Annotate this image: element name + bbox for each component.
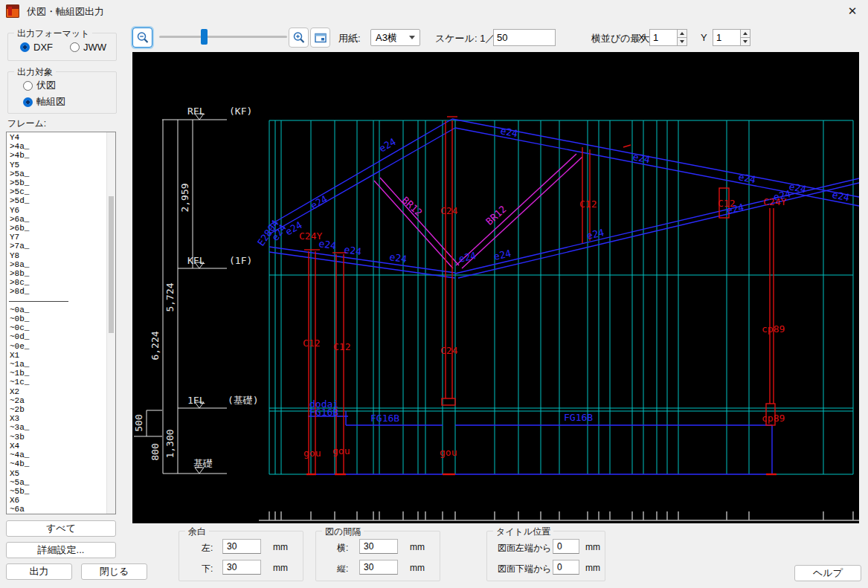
- title-from-bottom-unit: mm: [585, 563, 600, 573]
- frame-list-item[interactable]: >8d_: [7, 287, 106, 296]
- dialog: { "window": { "title": "伏図・軸組図出力", "clos…: [0, 0, 868, 588]
- frame-list-item[interactable]: Y4: [7, 133, 106, 142]
- margin-left-unit: mm: [273, 542, 288, 552]
- detail-settings-button[interactable]: 詳細設定...: [6, 542, 116, 558]
- drawing-line: [374, 181, 453, 268]
- margin-bottom-unit: mm: [273, 563, 288, 573]
- radio-jikugumi-control[interactable]: [23, 97, 33, 107]
- frame-list-item[interactable]: >6b_: [7, 224, 106, 233]
- drawing-label: e24: [457, 250, 477, 265]
- drawing-label: e24: [631, 151, 651, 165]
- frame-list-item[interactable]: X1: [7, 351, 106, 360]
- frame-list-item[interactable]: ~4b_: [7, 459, 106, 468]
- radio-fuzu[interactable]: 伏図: [23, 79, 56, 92]
- y-spinner-down-icon[interactable]: [740, 38, 750, 46]
- scale-input[interactable]: [493, 29, 556, 46]
- frame-list-scrollbar-thumb[interactable]: [109, 196, 114, 333]
- frame-list-item[interactable]: X4: [7, 442, 106, 450]
- frame-list-item[interactable]: ~5b_: [7, 487, 106, 496]
- zoom-out-button[interactable]: [132, 28, 152, 48]
- zoom-in-button[interactable]: [289, 28, 309, 48]
- frame-list-item[interactable]: X6: [7, 496, 106, 505]
- frame-list-item[interactable]: X3: [7, 414, 106, 423]
- frame-list-item[interactable]: ~1b_: [7, 369, 106, 378]
- output-button[interactable]: 出力: [6, 563, 72, 580]
- frame-list-item[interactable]: >5b_: [7, 178, 106, 187]
- frame-list-item[interactable]: ~1c_: [7, 378, 106, 387]
- help-button[interactable]: ヘルプ: [794, 565, 861, 581]
- x-spinner-down-icon[interactable]: [677, 38, 687, 46]
- margin-group-label: 余白: [185, 526, 209, 538]
- radio-dxf-control[interactable]: [20, 42, 30, 52]
- drawing-label: C12: [333, 341, 350, 352]
- spacing-v-input[interactable]: [359, 560, 398, 575]
- x-spinner-up-icon[interactable]: [677, 29, 687, 38]
- frame-list-item[interactable]: X5: [7, 469, 106, 478]
- frame-list-item[interactable]: >4a_: [7, 142, 106, 151]
- radio-jww-control[interactable]: [70, 42, 80, 52]
- frame-list-item[interactable]: >6a_: [7, 215, 106, 224]
- frame-list-item[interactable]: >7a_: [7, 242, 106, 251]
- frame-list-item[interactable]: ~3b: [7, 433, 106, 442]
- paper-select[interactable]: A3横: [370, 29, 420, 46]
- frame-list-item[interactable]: ~4a_: [7, 450, 106, 459]
- margin-left-input[interactable]: [222, 539, 261, 554]
- frame-list-item[interactable]: >8a_: [7, 260, 106, 269]
- zoom-slider-thumb[interactable]: [201, 29, 208, 45]
- radio-fuzu-control[interactable]: [23, 81, 33, 91]
- x-spinner-input[interactable]: [649, 29, 677, 46]
- frame-list-item[interactable]: >5a_: [7, 169, 106, 178]
- x-spinner[interactable]: [649, 29, 687, 46]
- spacing-h-input[interactable]: [359, 539, 398, 554]
- frame-list-item[interactable]: Y6: [7, 206, 106, 215]
- drawing-label: 1,300: [164, 429, 176, 458]
- y-spinner-up-icon[interactable]: [740, 29, 750, 38]
- margin-bottom-input[interactable]: [222, 560, 261, 575]
- drawing-label: e24: [377, 136, 398, 155]
- frame-list-item[interactable]: Y8: [7, 251, 106, 260]
- frame-list-item[interactable]: >4b_: [7, 151, 106, 160]
- radio-fuzu-label: 伏図: [36, 79, 56, 92]
- window-title: 伏図・軸組図出力: [27, 5, 104, 19]
- title-from-bottom-input[interactable]: [553, 560, 579, 575]
- y-spinner-input[interactable]: [713, 29, 740, 46]
- zoom-slider[interactable]: [159, 29, 287, 45]
- drawing-label: 5,724: [164, 282, 176, 311]
- frame-list-item[interactable]: >8b_: [7, 269, 106, 278]
- frame-list-item[interactable]: >5d_: [7, 196, 106, 205]
- close-icon[interactable]: ✕: [840, 1, 864, 21]
- frame-list-item[interactable]: Y5: [7, 161, 106, 169]
- frame-list-item[interactable]: ~0e_: [7, 342, 106, 351]
- frame-list-item[interactable]: >5c_: [7, 187, 106, 196]
- fit-view-button[interactable]: [310, 28, 330, 48]
- frame-list-item[interactable]: ~0a_: [7, 306, 106, 314]
- frame-list-item[interactable]: ~6a: [7, 505, 106, 514]
- frame-list-item[interactable]: X2: [7, 387, 106, 396]
- spacing-h-unit: mm: [410, 542, 425, 552]
- frame-list-item[interactable]: ~0b_: [7, 314, 106, 323]
- close-button[interactable]: 閉じる: [81, 563, 147, 580]
- frame-list-item[interactable]: Y7: [7, 233, 106, 242]
- spacing-v-label: 縦:: [337, 563, 348, 575]
- title-from-left-input[interactable]: [553, 539, 579, 554]
- radio-jww[interactable]: JWW: [70, 42, 106, 53]
- frame-list-body: Y4>4a_>4b_Y5>5a_>5b_>5c_>5d_Y6>6a_>6b_Y7…: [7, 133, 106, 514]
- all-button[interactable]: すべて: [6, 520, 116, 537]
- frame-list-item[interactable]: ~2b: [7, 405, 106, 414]
- drawing-canvas[interactable]: RFL(KF)KFL(1F)1FL(基礎)基礎2,9595,7246,22450…: [132, 52, 859, 523]
- frame-list-item[interactable]: >8c_: [7, 278, 106, 287]
- y-spinner[interactable]: [713, 29, 750, 46]
- frame-list-item[interactable]: ~0c_: [7, 323, 106, 332]
- zoom-in-icon: [292, 31, 306, 45]
- zoom-slider-track[interactable]: [159, 36, 287, 38]
- frame-list[interactable]: Y4>4a_>4b_Y5>5a_>5b_>5c_>5d_Y6>6a_>6b_Y7…: [6, 132, 116, 514]
- frame-list-item[interactable]: ~0d_: [7, 332, 106, 341]
- frame-list-item[interactable]: ~1a_: [7, 360, 106, 369]
- frame-list-item[interactable]: ~3a_: [7, 423, 106, 432]
- frame-list-scrollbar[interactable]: [106, 132, 115, 514]
- frame-list-item[interactable]: ~2a: [7, 396, 106, 405]
- radio-dxf[interactable]: DXF: [20, 42, 53, 53]
- drawing-label: (基礎): [228, 395, 259, 406]
- frame-list-item[interactable]: ~5a_: [7, 478, 106, 487]
- radio-jikugumi[interactable]: 軸組図: [23, 95, 65, 109]
